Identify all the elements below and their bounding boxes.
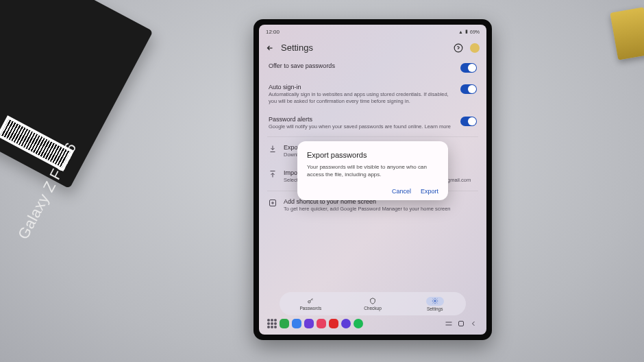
row-title: Auto sign-in (269, 84, 454, 90)
status-bar: 12:00 ▲ ▮ 69% (259, 25, 486, 38)
tab-passwords[interactable]: Passwords (280, 292, 342, 315)
page-title: Settings (281, 43, 447, 53)
app-icon-browser[interactable] (304, 319, 314, 328)
dock (264, 317, 481, 330)
gear-icon (432, 298, 438, 304)
row-desc: Google will notify you when your saved p… (269, 123, 454, 130)
wifi-icon: ▲ (458, 29, 463, 34)
add-shortcut-icon (269, 199, 277, 207)
svg-point-3 (434, 300, 436, 302)
app-icon-gallery[interactable] (317, 319, 326, 328)
tab-label: Settings (427, 306, 443, 311)
header: Settings (259, 38, 486, 57)
toggle-auto-signin[interactable] (460, 84, 477, 94)
upload-icon (269, 170, 277, 178)
device-frame: 12:00 ▲ ▮ 69% Settings Offer to save pas… (253, 19, 492, 340)
app-icon-youtube[interactable] (329, 319, 338, 328)
nav-back-icon[interactable] (469, 319, 478, 328)
dialog-body: Your passwords will be visible to anyone… (307, 163, 438, 178)
tab-settings[interactable]: Settings (404, 292, 466, 315)
row-desc: Automatically sign in to websites and ap… (269, 91, 454, 105)
nav-recents-icon[interactable] (444, 319, 454, 328)
dialog-title: Export passwords (307, 151, 438, 159)
row-title: Password alerts (269, 116, 454, 123)
svg-rect-4 (459, 322, 464, 326)
row-desc: To get here quicker, add Google Password… (284, 206, 477, 213)
signal-icon: ▮ (465, 29, 468, 34)
tab-label: Checkup (364, 306, 382, 311)
svg-point-0 (454, 44, 462, 52)
row-auto-signin[interactable]: Auto sign-in Automatically sign in to we… (259, 78, 486, 110)
key-icon (307, 298, 314, 304)
export-dialog: Export passwords Your passwords will be … (297, 141, 448, 200)
toggle-alerts[interactable] (460, 117, 477, 126)
screen: 12:00 ▲ ▮ 69% Settings Offer to save pas… (259, 25, 486, 335)
export-button[interactable]: Export (421, 188, 438, 195)
status-time: 12:00 (266, 29, 280, 35)
app-icon-messages[interactable] (292, 319, 301, 328)
divider (267, 136, 478, 137)
app-icon-phone[interactable] (280, 319, 289, 328)
back-arrow-icon[interactable] (266, 44, 274, 52)
avatar[interactable] (470, 43, 480, 53)
shield-icon (369, 298, 376, 304)
app-icon-spotify[interactable] (354, 319, 363, 328)
row-alerts[interactable]: Password alerts Google will notify you w… (259, 110, 486, 136)
svg-point-2 (308, 300, 310, 302)
row-title: Offer to save passwords (269, 62, 454, 69)
cancel-button[interactable]: Cancel (392, 188, 411, 195)
bottom-tabs: Passwords Checkup Settings (280, 292, 466, 315)
help-icon[interactable] (454, 43, 463, 53)
tab-label: Passwords (299, 306, 321, 311)
row-save-offer[interactable]: Offer to save passwords (259, 57, 486, 78)
tab-checkup[interactable]: Checkup (342, 292, 404, 315)
toggle-save-offer[interactable] (460, 63, 477, 73)
app-icon-camera[interactable] (341, 319, 351, 328)
download-icon (269, 145, 277, 153)
battery-pct: 69% (470, 29, 480, 34)
apps-drawer-icon[interactable] (267, 319, 277, 328)
nav-home-icon[interactable] (456, 319, 466, 328)
